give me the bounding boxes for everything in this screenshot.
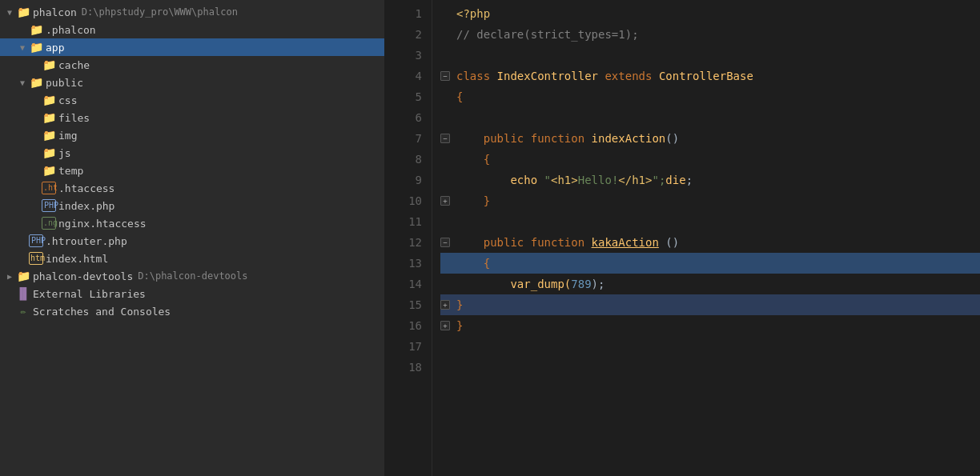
line-number-6: 6	[384, 107, 422, 128]
item-label: .phalcon	[46, 24, 96, 36]
item-label: index.php	[58, 200, 114, 212]
code-tokens-10: }	[456, 190, 490, 211]
code-line-16: +}	[440, 315, 980, 336]
fold-gutter-15: +	[440, 300, 456, 310]
nginx-icon: .ng	[42, 217, 56, 230]
fold-button-7[interactable]: −	[440, 134, 450, 143]
item-label: img	[58, 130, 77, 142]
code-line-17	[440, 336, 980, 357]
line-number-1: 1	[384, 3, 422, 24]
line-number-17: 17	[384, 336, 422, 357]
code-line-15: +}	[440, 294, 980, 315]
code-line-4: −class IndexController extends Controlle…	[440, 66, 980, 86]
line-numbers-gutter: 123456789101112131415161718	[384, 0, 432, 476]
sidebar-item-phalcon-root[interactable]: ▼📁phalconD:\phpstudy_pro\WWW\phalcon	[0, 3, 384, 21]
code-line-11	[440, 211, 980, 232]
code-tokens-16: }	[456, 315, 463, 336]
code-tokens-9: echo "<h1>Hello!</h1>";die;	[456, 170, 693, 190]
code-tokens-7: public function indexAction()	[456, 128, 679, 149]
line-number-9: 9	[384, 170, 422, 190]
folder-icon: 📁	[42, 94, 56, 106]
folder-icon: 📁	[42, 129, 56, 142]
fold-button-12[interactable]: −	[440, 238, 450, 247]
line-number-4: 4	[384, 66, 422, 86]
library-icon: ▐▌	[16, 287, 30, 300]
code-editor: 123456789101112131415161718 <?php// decl…	[384, 0, 980, 476]
sidebar-item-app-dir[interactable]: ▼📁app	[0, 38, 384, 56]
fold-gutter-10: +	[440, 196, 456, 206]
folder-icon: 📁	[16, 6, 30, 18]
php-file-icon: PHP	[29, 234, 43, 247]
sidebar-item-temp-dir[interactable]: ▶📁temp	[0, 162, 384, 179]
code-line-5: {	[440, 86, 980, 107]
html-file-icon: htm	[29, 252, 43, 265]
sidebar-item-index-php[interactable]: ▶PHPindex.php	[0, 197, 384, 214]
code-tokens-12: public function kakaAction ()	[456, 232, 679, 253]
sidebar-item-phalcon-devtools[interactable]: ▶📁phalcon-devtoolsD:\phalcon-devtools	[0, 267, 384, 285]
code-content-area: <?php// declare(strict_types=1);−class I…	[432, 0, 980, 476]
sidebar-item-scratches[interactable]: ▶✏Scratches and Consoles	[0, 302, 384, 320]
sidebar-item-public-dir[interactable]: ▼📁public	[0, 74, 384, 91]
code-line-18	[440, 357, 980, 378]
code-line-7: − public function indexAction()	[440, 128, 980, 149]
sidebar-item-phalcon-dir[interactable]: ▶📁.phalcon	[0, 21, 384, 38]
item-label: Scratches and Consoles	[33, 306, 171, 318]
line-number-14: 14	[384, 274, 422, 294]
code-tokens-8: {	[456, 149, 490, 170]
item-label: files	[58, 112, 90, 124]
code-line-3	[440, 45, 980, 66]
path-hint: D:\phpstudy_pro\WWW\phalcon	[82, 6, 238, 18]
line-number-5: 5	[384, 86, 422, 107]
fold-button-4[interactable]: −	[440, 71, 450, 81]
line-number-3: 3	[384, 45, 422, 66]
fold-button-15[interactable]: +	[440, 300, 450, 310]
code-line-1: <?php	[440, 3, 980, 24]
fold-gutter-4: −	[440, 71, 456, 81]
fold-button-16[interactable]: +	[440, 321, 450, 330]
code-line-2: // declare(strict_types=1);	[440, 24, 980, 45]
fold-button-10[interactable]: +	[440, 196, 450, 206]
folder-icon: 📁	[29, 76, 43, 89]
sidebar-item-css-dir[interactable]: ▶📁css	[0, 91, 384, 109]
code-line-6	[440, 107, 980, 128]
sidebar-item-htaccess-file[interactable]: ▶.ht.htaccess	[0, 179, 384, 197]
item-label: .htrouter.php	[46, 235, 127, 247]
sidebar-item-files-dir[interactable]: ▶📁files	[0, 109, 384, 126]
item-label: phalcon-devtools	[33, 270, 133, 282]
code-line-8: {	[440, 149, 980, 170]
fold-gutter-16: +	[440, 321, 456, 330]
folder-icon: 📁	[16, 270, 30, 282]
line-number-18: 18	[384, 357, 422, 378]
code-line-14: var_dump(789);	[440, 274, 980, 294]
sidebar-item-img-dir[interactable]: ▶📁img	[0, 126, 384, 144]
sidebar-item-nginx-htaccess[interactable]: ▶.ngnginx.htaccess	[0, 214, 384, 232]
line-number-15: 15	[384, 294, 422, 315]
sidebar-item-htrouter-php[interactable]: ▶PHP.htrouter.php	[0, 232, 384, 250]
item-label: public	[46, 77, 83, 89]
php-file-icon: PHP	[42, 199, 56, 212]
item-label: index.html	[46, 253, 108, 265]
folder-icon: 📁	[29, 41, 43, 54]
folder-icon: 📁	[42, 111, 56, 124]
htaccess-icon: .ht	[42, 182, 56, 194]
file-tree-panel[interactable]: ▼📁phalconD:\phpstudy_pro\WWW\phalcon▶📁.p…	[0, 0, 384, 476]
code-tokens-4: class IndexController extends Controller…	[456, 66, 753, 86]
code-tokens-2: // declare(strict_types=1);	[456, 24, 639, 45]
item-label: nginx.htaccess	[58, 218, 147, 230]
code-tokens-13: {	[456, 253, 490, 274]
code-tokens-15: }	[456, 294, 463, 315]
fold-gutter-12: −	[440, 238, 456, 247]
sidebar-item-js-dir[interactable]: ▶📁js	[0, 144, 384, 162]
item-label: .htaccess	[58, 182, 114, 194]
folder-icon: 📁	[29, 23, 43, 36]
sidebar-item-index-html[interactable]: ▶htmindex.html	[0, 250, 384, 267]
line-number-11: 11	[384, 211, 422, 232]
sidebar-item-external-libraries[interactable]: ▶▐▌External Libraries	[0, 285, 384, 302]
item-label: phalcon	[33, 6, 77, 18]
code-tokens-1: <?php	[456, 3, 490, 24]
line-number-2: 2	[384, 24, 422, 45]
item-label: temp	[58, 165, 83, 177]
sidebar-item-cache-dir[interactable]: ▶📁cache	[0, 56, 384, 74]
line-number-10: 10	[384, 190, 422, 211]
item-label: css	[58, 94, 77, 106]
